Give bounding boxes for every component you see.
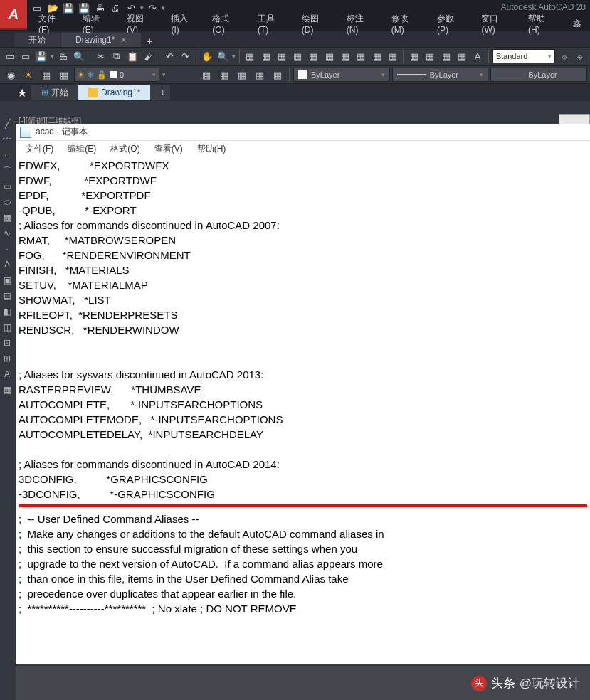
- cut-icon[interactable]: ✂: [94, 48, 107, 64]
- print-button-icon[interactable]: 🖶: [56, 48, 70, 64]
- subtab-drawing[interactable]: Drawing1*: [78, 85, 150, 100]
- menu-draw[interactable]: 绘图(D): [293, 11, 338, 36]
- np-menu-view[interactable]: 查看(V): [147, 142, 190, 157]
- layer-tool4-icon[interactable]: ▦: [56, 67, 72, 83]
- menu-tools[interactable]: 工具(T): [249, 11, 293, 36]
- tool18-icon[interactable]: ▦: [0, 383, 14, 397]
- star-icon[interactable]: ★: [17, 86, 27, 100]
- tab-start[interactable]: 开始: [14, 33, 60, 47]
- subtab-drawing-label: Drawing1*: [101, 88, 140, 97]
- circle-tool-icon[interactable]: ○: [0, 148, 14, 162]
- tool15-icon[interactable]: ⊡: [0, 336, 14, 350]
- tool16-icon[interactable]: ⊞: [0, 351, 14, 366]
- paste-icon[interactable]: 📋: [125, 48, 139, 64]
- np-menu-file[interactable]: 文件(F): [19, 142, 60, 157]
- tool1-icon[interactable]: ▦: [243, 48, 257, 64]
- tool17-icon[interactable]: A: [0, 367, 14, 381]
- tool9-icon[interactable]: ▦: [370, 48, 384, 64]
- color-swatch: [110, 71, 117, 78]
- bylayer-label: ByLayer: [528, 70, 557, 79]
- save-dropdown[interactable]: ▾: [51, 48, 54, 64]
- menu-insert[interactable]: 插入(I): [162, 11, 204, 36]
- np-menu-edit[interactable]: 编辑(E): [60, 142, 103, 157]
- menu-dimension[interactable]: 标注(N): [338, 11, 383, 36]
- chevron-down-icon: ▾: [548, 53, 552, 60]
- ltool1-icon[interactable]: ▦: [199, 67, 214, 83]
- spline-tool-icon[interactable]: ∿: [0, 226, 14, 240]
- linetype-bylayer-combo[interactable]: ByLayer▾: [392, 68, 489, 82]
- ltool4-icon[interactable]: ▦: [252, 67, 268, 83]
- new-file-icon[interactable]: ▭: [3, 48, 16, 64]
- hatch-tool-icon[interactable]: ▦: [0, 211, 14, 225]
- np-menu-format[interactable]: 格式(O): [103, 142, 147, 157]
- subtab-home[interactable]: ⊞开始: [31, 85, 78, 100]
- lineweight-bylayer-combo[interactable]: ByLayer: [490, 68, 587, 82]
- tool-end1-icon[interactable]: ⟐: [557, 48, 571, 64]
- tool10-icon[interactable]: ▦: [386, 48, 399, 64]
- notepad-text-area[interactable]: EDWFX, *EXPORTDWFX EDWF, *EXPORTDWF EPDF…: [16, 157, 590, 664]
- redo2-icon[interactable]: ↷: [179, 48, 192, 64]
- copy-icon[interactable]: ⧉: [110, 48, 123, 64]
- point-tool-icon[interactable]: ·: [0, 242, 14, 256]
- tool11-icon[interactable]: ▦: [407, 48, 421, 64]
- menu-modify[interactable]: 修改(M): [383, 11, 428, 36]
- tool13-icon[interactable]: ▦: [439, 48, 453, 64]
- zoom-icon[interactable]: 🔍: [216, 48, 229, 64]
- notepad-menubar: 文件(F) 编辑(E) 格式(O) 查看(V) 帮助(H): [16, 141, 590, 157]
- np-menu-help[interactable]: 帮助(H): [190, 142, 233, 157]
- layer-tool3-icon[interactable]: ▦: [38, 67, 54, 83]
- notepad-titlebar[interactable]: acad - 记事本: [16, 124, 590, 141]
- tab-drawing1[interactable]: Drawing1*✕: [61, 33, 141, 47]
- ltool3-icon[interactable]: ▦: [234, 67, 250, 83]
- ellipse-tool-icon[interactable]: ⬭: [0, 195, 14, 209]
- tool2-icon[interactable]: ▦: [259, 48, 273, 64]
- layer-tool2-icon[interactable]: ☀: [21, 67, 36, 83]
- layer-tool1-icon[interactable]: ◉: [3, 67, 19, 83]
- file-subtabs: ★ ⊞开始 Drawing1* +: [0, 84, 590, 101]
- close-icon[interactable]: ✕: [120, 36, 127, 45]
- match-icon[interactable]: 🖌: [141, 48, 154, 64]
- tool6-icon[interactable]: ▦: [322, 48, 336, 64]
- menu-help[interactable]: 帮助(H): [520, 11, 564, 36]
- tool14-icon[interactable]: ▦: [455, 48, 468, 64]
- undo2-icon[interactable]: ↶: [163, 48, 177, 64]
- table-tool-icon[interactable]: ▤: [0, 289, 14, 303]
- tool4-icon[interactable]: ▦: [291, 48, 305, 64]
- arc-tool-icon[interactable]: ⌒: [0, 164, 14, 178]
- app-logo[interactable]: A: [0, 0, 27, 30]
- ltool5-icon[interactable]: ▦: [270, 67, 285, 83]
- text-line: AUTOCOMPLETEMODE, *-INPUTSEARCHOPTIONS: [19, 413, 283, 425]
- preview-icon[interactable]: 🔍: [72, 48, 85, 64]
- tool5-icon[interactable]: ▦: [307, 48, 320, 64]
- menu-parametric[interactable]: 参数(P): [428, 11, 473, 36]
- open-file-icon[interactable]: ▭: [19, 48, 32, 64]
- menu-extra[interactable]: 鑫: [564, 16, 590, 31]
- color-bylayer-combo[interactable]: ByLayer▾: [293, 68, 390, 82]
- menu-window[interactable]: 窗口(W): [473, 11, 520, 36]
- polyline-tool-icon[interactable]: 〰: [0, 132, 14, 147]
- zoom-dropdown[interactable]: ▾: [232, 48, 236, 64]
- text-tool-icon[interactable]: A: [0, 258, 14, 272]
- tool12-icon[interactable]: ▦: [423, 48, 437, 64]
- tool8-icon[interactable]: ▦: [354, 48, 368, 64]
- text-style-combo[interactable]: Standard▾: [492, 49, 556, 63]
- tool-end2-icon[interactable]: ⟐: [574, 48, 587, 64]
- tab-add-button[interactable]: +: [142, 36, 157, 47]
- tool3-icon[interactable]: ▦: [275, 48, 288, 64]
- drawing-icon: [88, 88, 98, 97]
- layer-combo[interactable]: ☀ ❄ 🔓 0 ▾: [74, 68, 159, 82]
- subtab-add[interactable]: +: [150, 85, 170, 100]
- ltool2-icon[interactable]: ▦: [216, 67, 232, 83]
- app-title: Autodesk AutoCAD 20: [501, 2, 586, 12]
- layer-dropdown[interactable]: ▾: [162, 67, 166, 83]
- pan-icon[interactable]: ✋: [200, 48, 214, 64]
- tool7-icon[interactable]: ▦: [338, 48, 352, 64]
- menu-format[interactable]: 格式(O): [204, 11, 249, 36]
- tool14-icon[interactable]: ◫: [0, 320, 14, 334]
- line-tool-icon[interactable]: ╱: [0, 117, 14, 131]
- tool15-icon[interactable]: A: [470, 48, 484, 64]
- rect-tool-icon[interactable]: ▭: [0, 179, 14, 193]
- region-tool-icon[interactable]: ◧: [0, 304, 14, 319]
- block-tool-icon[interactable]: ▣: [0, 273, 14, 287]
- save-file-icon[interactable]: 💾: [35, 48, 48, 64]
